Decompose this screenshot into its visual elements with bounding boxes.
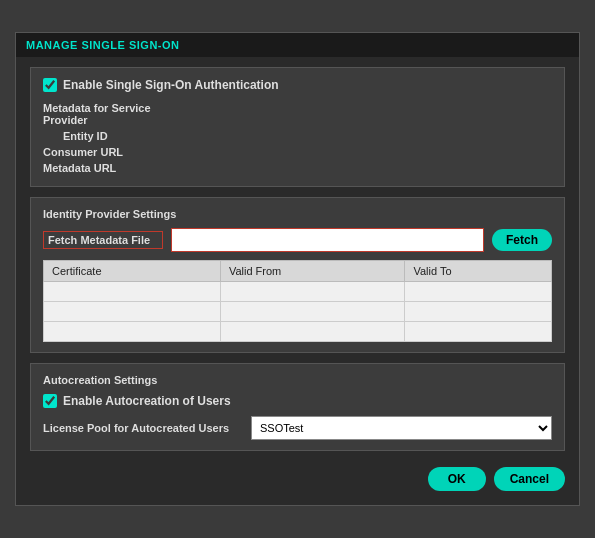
ok-button[interactable]: OK — [428, 467, 486, 491]
enable-sso-checkbox[interactable] — [43, 78, 57, 92]
cert-empty-row — [44, 282, 552, 302]
idp-section-title: Identity Provider Settings — [43, 208, 552, 220]
entity-id-row: Entity ID — [43, 128, 552, 144]
cancel-button[interactable]: Cancel — [494, 467, 565, 491]
cert-table-body — [44, 282, 552, 342]
cert-empty-row-2 — [44, 302, 552, 322]
consumer-url-row: Consumer URL — [43, 144, 552, 160]
cert-empty-cell-2 — [220, 282, 404, 302]
manage-sso-dialog: MANAGE SINGLE SIGN-ON Enable Single Sign… — [15, 32, 580, 506]
fetch-button[interactable]: Fetch — [492, 229, 552, 251]
metadata-title-row: Metadata for Service Provider — [43, 100, 552, 128]
certificate-table: Certificate Valid From Valid To — [43, 260, 552, 342]
cert-table-header: Certificate Valid From Valid To — [44, 261, 552, 282]
enable-sso-section: Enable Single Sign-On Authentication Met… — [30, 67, 565, 187]
cert-empty-cell-1 — [44, 282, 221, 302]
autocreation-title: Autocreation Settings — [43, 374, 552, 386]
metadata-url-row: Metadata URL — [43, 160, 552, 176]
fetch-metadata-label: Fetch Metadata File — [43, 231, 163, 249]
cert-empty-cell-5 — [220, 302, 404, 322]
license-pool-row: License Pool for Autocreated Users SSOTe… — [43, 416, 552, 440]
dialog-title: MANAGE SINGLE SIGN-ON — [16, 33, 579, 57]
license-pool-select[interactable]: SSOTest — [251, 416, 552, 440]
license-pool-label: License Pool for Autocreated Users — [43, 422, 243, 434]
enable-autocreation-row: Enable Autocreation of Users — [43, 394, 552, 408]
enable-sso-label: Enable Single Sign-On Authentication — [63, 78, 279, 92]
cert-empty-cell-9 — [405, 322, 552, 342]
consumer-url-label: Consumer URL — [43, 146, 183, 158]
enable-autocreation-checkbox[interactable] — [43, 394, 57, 408]
dialog-body: Enable Single Sign-On Authentication Met… — [16, 57, 579, 505]
enable-autocreation-label: Enable Autocreation of Users — [63, 394, 231, 408]
autocreation-section: Autocreation Settings Enable Autocreatio… — [30, 363, 565, 451]
cert-col-valid-from: Valid From — [220, 261, 404, 282]
metadata-table: Metadata for Service Provider Entity ID … — [43, 100, 552, 176]
cert-empty-row-3 — [44, 322, 552, 342]
metadata-url-label: Metadata URL — [43, 162, 183, 174]
cert-empty-cell-7 — [44, 322, 221, 342]
cert-col-certificate: Certificate — [44, 261, 221, 282]
fetch-metadata-input[interactable] — [171, 228, 484, 252]
cert-empty-cell-6 — [405, 302, 552, 322]
cert-header-row: Certificate Valid From Valid To — [44, 261, 552, 282]
enable-sso-row: Enable Single Sign-On Authentication — [43, 78, 552, 92]
footer-row: OK Cancel — [30, 461, 565, 491]
metadata-section-title: Metadata for Service Provider — [43, 102, 183, 126]
cert-empty-cell-3 — [405, 282, 552, 302]
cert-col-valid-to: Valid To — [405, 261, 552, 282]
entity-id-label: Entity ID — [43, 130, 183, 142]
cert-empty-cell-8 — [220, 322, 404, 342]
idp-section: Identity Provider Settings Fetch Metadat… — [30, 197, 565, 353]
cert-empty-cell-4 — [44, 302, 221, 322]
fetch-row: Fetch Metadata File Fetch — [43, 228, 552, 252]
